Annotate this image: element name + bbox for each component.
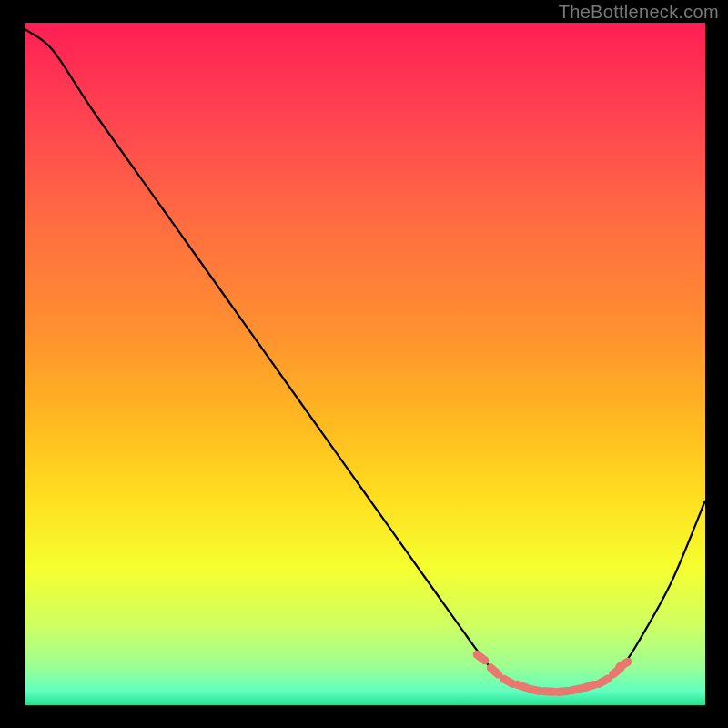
marker-point bbox=[531, 689, 541, 691]
marker-point bbox=[620, 662, 628, 667]
marker-point bbox=[571, 689, 581, 691]
marker-point bbox=[490, 668, 498, 674]
marker-point bbox=[517, 684, 526, 687]
marker-point bbox=[544, 692, 554, 693]
chart-svg bbox=[25, 23, 705, 705]
marker-point bbox=[504, 679, 513, 683]
marker-point bbox=[585, 684, 595, 687]
chart-container bbox=[25, 23, 705, 705]
marker-point bbox=[599, 679, 608, 683]
watermark-text: TheBottleneck.com bbox=[559, 2, 719, 23]
marker-point bbox=[477, 654, 485, 661]
gradient-background bbox=[25, 23, 705, 705]
marker-point bbox=[558, 692, 568, 693]
